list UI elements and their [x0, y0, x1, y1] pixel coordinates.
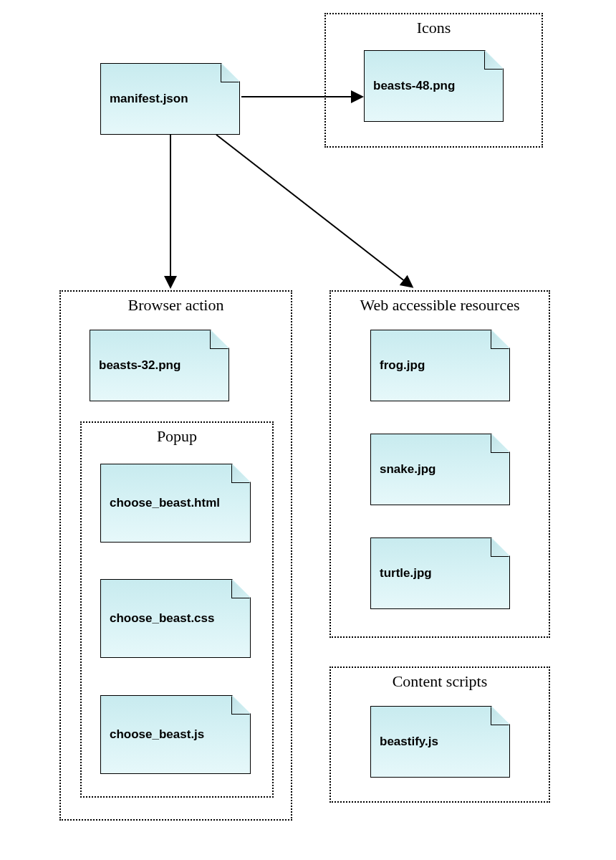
file-turtle: turtle.jpg — [370, 538, 510, 609]
group-title: Icons — [326, 19, 542, 37]
file-choose-beast-css: choose_beast.css — [100, 579, 251, 658]
diagram-canvas: manifest.json Icons beasts-48.png Browse… — [0, 0, 616, 860]
svg-line-2 — [216, 135, 412, 287]
file-choose-beast-html: choose_beast.html — [100, 464, 251, 543]
file-label: turtle.jpg — [380, 566, 432, 580]
file-frog: frog.jpg — [370, 330, 510, 401]
file-label: beastify.js — [380, 735, 438, 749]
file-snake: snake.jpg — [370, 434, 510, 505]
file-label: beasts-32.png — [99, 358, 181, 373]
file-label: choose_beast.js — [110, 727, 204, 742]
file-manifest: manifest.json — [100, 63, 240, 135]
file-label: beasts-48.png — [373, 79, 455, 93]
group-title: Content scripts — [331, 672, 549, 691]
file-choose-beast-js: choose_beast.js — [100, 695, 251, 774]
group-title: Web accessible resources — [331, 296, 549, 315]
file-beastify: beastify.js — [370, 706, 510, 778]
file-beasts-32: beasts-32.png — [90, 330, 229, 401]
file-beasts-48: beasts-48.png — [364, 50, 504, 122]
file-label: manifest.json — [110, 92, 188, 106]
file-label: choose_beast.html — [110, 496, 220, 510]
group-title: Browser action — [61, 296, 291, 315]
group-title: Popup — [82, 427, 272, 446]
file-label: snake.jpg — [380, 462, 435, 477]
file-label: choose_beast.css — [110, 611, 214, 626]
file-label: frog.jpg — [380, 358, 425, 373]
